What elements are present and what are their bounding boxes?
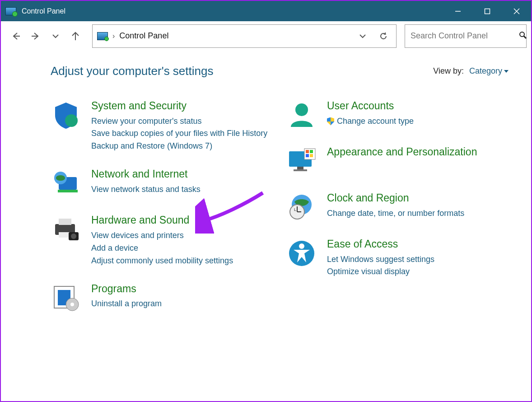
uac-shield-icon — [327, 117, 334, 126]
category-link[interactable]: Review your computer's status — [91, 115, 267, 128]
svg-point-7 — [520, 32, 524, 37]
svg-rect-12 — [58, 190, 78, 192]
search-input[interactable] — [411, 31, 515, 41]
svg-rect-31 — [310, 154, 313, 157]
category-network: Network and Internet View network status… — [51, 168, 273, 199]
toolbar: › Control Panel — [1, 21, 531, 51]
svg-rect-28 — [306, 150, 309, 153]
view-by-label: View by: — [433, 66, 464, 76]
address-bar[interactable]: › Control Panel — [92, 24, 397, 48]
svg-point-10 — [65, 114, 78, 127]
category-link[interactable]: Change account type — [327, 115, 414, 128]
category-link[interactable]: View network status and tasks — [91, 183, 201, 196]
control-panel-icon — [5, 7, 16, 15]
clock-globe-icon: L — [286, 192, 317, 223]
category-title[interactable]: User Accounts — [327, 100, 414, 112]
category-system-security: System and Security Review your computer… — [51, 100, 273, 153]
back-button[interactable] — [7, 28, 24, 45]
svg-rect-30 — [306, 154, 309, 157]
category-title[interactable]: System and Security — [91, 100, 267, 112]
refresh-button[interactable] — [375, 28, 392, 44]
category-user-accounts: User Accounts Change account type — [286, 100, 509, 131]
svg-text:L: L — [294, 207, 296, 212]
category-link[interactable]: Adjust commonly used mobility settings — [91, 255, 233, 267]
up-button[interactable] — [67, 28, 84, 45]
category-link[interactable]: Optimize visual display — [327, 266, 434, 278]
view-by: View by: Category — [433, 66, 509, 76]
category-title[interactable]: Ease of Access — [327, 238, 434, 251]
category-link[interactable]: Uninstall a program — [91, 298, 162, 310]
close-button[interactable] — [502, 1, 531, 21]
printer-icon — [51, 214, 81, 245]
category-link[interactable]: Backup and Restore (Windows 7) — [91, 140, 267, 153]
minimize-button[interactable] — [443, 1, 472, 21]
page-heading: Adjust your computer's settings — [51, 64, 213, 78]
category-ease-of-access: Ease of Access Let Windows suggest setti… — [286, 238, 509, 278]
window-title: Control Panel — [22, 7, 65, 15]
titlebar: Control Panel — [1, 1, 531, 21]
svg-line-8 — [524, 36, 526, 38]
category-programs: Programs Uninstall a program — [51, 283, 273, 313]
svg-rect-29 — [310, 150, 313, 153]
forward-button[interactable] — [27, 28, 44, 45]
address-path: Control Panel — [119, 31, 168, 41]
maximize-button[interactable] — [472, 1, 502, 21]
svg-rect-15 — [59, 219, 71, 225]
view-by-value: Category — [469, 66, 502, 76]
content-area: Adjust your computer's settings View by:… — [1, 51, 531, 329]
svg-rect-1 — [485, 9, 490, 14]
category-link[interactable]: Add a device — [91, 242, 233, 255]
chevron-down-icon — [504, 70, 509, 73]
chevron-right-icon: › — [112, 32, 115, 40]
category-title[interactable]: Clock and Region — [327, 192, 464, 205]
shield-icon — [51, 100, 81, 131]
view-by-dropdown[interactable]: Category — [469, 66, 509, 76]
svg-point-18 — [71, 234, 76, 239]
category-clock: L Clock and Region Change date, time, or… — [286, 192, 509, 223]
category-appearance: Appearance and Personalization — [286, 146, 509, 177]
category-link[interactable]: View devices and printers — [91, 229, 233, 242]
category-link[interactable]: Save backup copies of your files with Fi… — [91, 127, 267, 140]
search-box[interactable] — [405, 24, 527, 48]
recent-locations-button[interactable] — [47, 28, 64, 45]
user-icon — [286, 100, 317, 131]
svg-point-38 — [299, 243, 304, 249]
svg-point-23 — [295, 103, 308, 116]
category-title[interactable]: Appearance and Personalization — [327, 146, 477, 159]
category-hardware: Hardware and Sound View devices and prin… — [51, 214, 273, 267]
category-title[interactable]: Network and Internet — [91, 168, 201, 181]
category-link[interactable]: Let Windows suggest settings — [327, 253, 434, 266]
address-dropdown-button[interactable] — [355, 28, 371, 44]
search-icon[interactable] — [519, 31, 527, 41]
network-icon — [51, 168, 81, 199]
control-panel-icon — [97, 32, 108, 40]
svg-point-22 — [70, 303, 74, 306]
svg-rect-25 — [297, 167, 303, 169]
category-link[interactable]: Change date, time, or number formats — [327, 207, 464, 220]
category-title[interactable]: Programs — [91, 283, 162, 295]
svg-rect-26 — [294, 169, 307, 171]
monitor-icon — [286, 146, 317, 177]
accessibility-icon — [286, 238, 317, 269]
programs-icon — [51, 283, 81, 313]
svg-marker-9 — [504, 70, 509, 73]
category-title[interactable]: Hardware and Sound — [91, 214, 233, 227]
